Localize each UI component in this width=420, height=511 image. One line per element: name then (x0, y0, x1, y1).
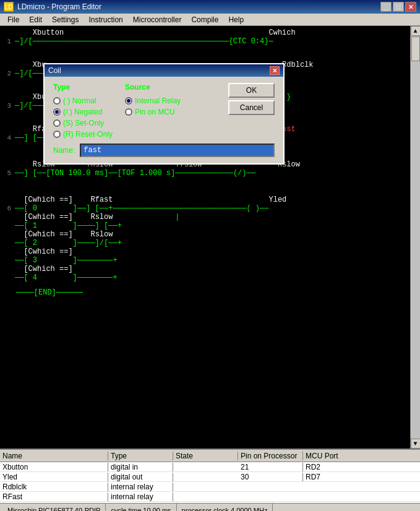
radio-negated-label: (/.) Negated (63, 108, 102, 116)
col-mcu-header: MCU Port (303, 452, 365, 460)
coil-dialog: Coil ✕ Type ( ) Normal (43, 63, 285, 165)
minimize-button[interactable]: _ (380, 2, 392, 12)
table-row[interactable]: RFast internal relay (0, 492, 420, 502)
radio-reset-label: (R) Reset-Only (63, 130, 113, 139)
menu-help[interactable]: Help (223, 14, 249, 25)
name-label: Name: (53, 146, 75, 155)
menu-edit[interactable]: Edit (24, 14, 47, 25)
processor-status: Microchip PIC16F877 40-PDIP (2, 504, 106, 511)
menu-instruction[interactable]: Instruction (84, 14, 127, 25)
radio-pin-mcu[interactable]: Pin on MCU (125, 108, 181, 116)
table-row[interactable]: Yled digital out 30 RD7 (0, 472, 420, 482)
radio-set-label: (S) Set-Only (63, 119, 104, 127)
maximize-button[interactable]: □ (393, 2, 404, 12)
radio-reset[interactable]: (R) Reset-Only (53, 130, 113, 139)
menu-compile[interactable]: Compile (186, 14, 223, 25)
source-label: Source (125, 83, 181, 92)
scroll-down-button[interactable]: ▼ (411, 439, 421, 449)
vertical-scrollbar[interactable]: ▲ ▼ (410, 26, 420, 449)
col-pin-header: Pin on Processor (238, 452, 303, 460)
variable-table: Name Type State Pin on Processor MCU Por… (0, 449, 420, 503)
menu-bar: File Edit Settings Instruction Microcont… (0, 14, 420, 26)
scroll-thumb[interactable] (411, 36, 420, 61)
title-bar: LD LDmicro - Program Editor _ □ ✕ (0, 0, 420, 14)
app-icon: LD (4, 2, 14, 12)
col-name-header: Name (0, 452, 108, 460)
window-title: LDmicro - Program Editor (17, 2, 101, 11)
status-bar: Microchip PIC16F877 40-PDIP cycle time 1… (0, 503, 420, 511)
col-type-header: Type (108, 452, 173, 460)
col-state-header: State (173, 452, 238, 460)
dialog-close-button[interactable]: ✕ (270, 66, 280, 75)
radio-internal-relay-label: Internal Relay (135, 97, 181, 105)
menu-settings[interactable]: Settings (47, 14, 84, 25)
name-input[interactable] (80, 144, 275, 157)
clock-status: processor clock 4.0000 MHz (177, 504, 273, 511)
dialog-overlay: Coil ✕ Type ( ) Normal (0, 26, 410, 449)
radio-negated[interactable]: (/.) Negated (53, 108, 113, 116)
radio-normal[interactable]: ( ) Normal (53, 97, 113, 105)
menu-file[interactable]: File (2, 14, 24, 25)
radio-pin-mcu-label: Pin on MCU (135, 108, 175, 116)
radio-normal-label: ( ) Normal (63, 97, 96, 105)
cycle-time-status: cycle time 10.00 ms (106, 504, 176, 511)
menu-microcontroller[interactable]: Microcontroller (128, 14, 187, 25)
radio-internal-relay[interactable]: Internal Relay (125, 97, 181, 105)
table-row[interactable]: Rdblclk internal relay (0, 482, 420, 492)
ok-button[interactable]: OK (228, 83, 275, 98)
type-label: Type (53, 83, 113, 92)
radio-set[interactable]: (S) Set-Only (53, 119, 113, 127)
table-row[interactable]: Xbutton digital in 21 RD2 (0, 462, 420, 472)
dialog-title-bar: Coil ✕ (45, 64, 283, 77)
close-button[interactable]: ✕ (405, 2, 416, 12)
scroll-up-button[interactable]: ▲ (411, 26, 421, 36)
cancel-button[interactable]: Cancel (228, 100, 275, 115)
dialog-title-text: Coil (48, 66, 61, 75)
